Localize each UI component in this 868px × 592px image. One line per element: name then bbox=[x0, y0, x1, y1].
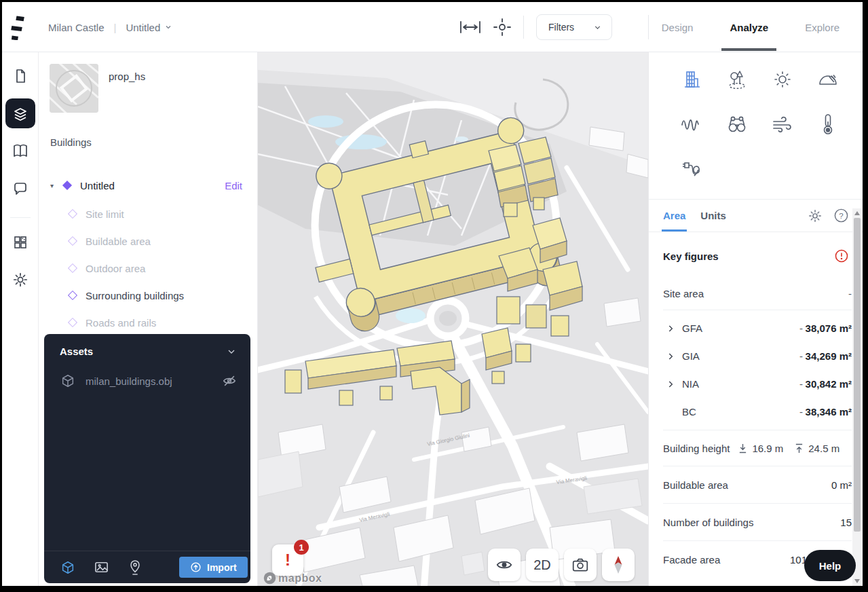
chevron-down-icon[interactable] bbox=[226, 346, 237, 357]
number-of-buildings-row: Number of buildings 15 bbox=[663, 504, 852, 540]
spacemaker-logo-icon[interactable] bbox=[11, 16, 26, 40]
metric-label: GFA bbox=[682, 322, 702, 334]
microclimate-analysis-icon[interactable] bbox=[805, 112, 850, 136]
tree-item-label: Surrounding buildings bbox=[86, 290, 184, 301]
toolbar-divider bbox=[523, 16, 524, 39]
noise-analysis-icon[interactable] bbox=[669, 112, 715, 136]
tree-item-label: Site limit bbox=[86, 208, 124, 220]
sun-analysis-icon[interactable] bbox=[760, 67, 806, 92]
mode-2d-button[interactable]: 2D bbox=[526, 549, 559, 581]
eye-icon bbox=[495, 556, 513, 574]
assets-panel: Assets milan_buildings.obj bbox=[44, 334, 250, 583]
metric-value: 38,346 m² bbox=[806, 406, 852, 418]
site-area-value: - bbox=[848, 288, 852, 299]
daylight-analysis-icon[interactable] bbox=[805, 67, 850, 92]
tree-item-label: Buildable area bbox=[86, 236, 151, 247]
asset-tab-3d-model-icon[interactable] bbox=[60, 560, 75, 575]
scrollbar-thumb[interactable] bbox=[854, 218, 861, 532]
gfa-row[interactable]: GFA - 38,076 m² bbox=[663, 314, 852, 342]
chevron-right-icon[interactable] bbox=[666, 324, 681, 333]
metrics-settings-gear-icon[interactable] bbox=[808, 208, 823, 223]
area-analysis-icon[interactable] bbox=[669, 67, 715, 92]
asset-tab-image-icon[interactable] bbox=[94, 559, 109, 575]
metric-label: BC bbox=[682, 406, 696, 418]
left-icon-sidebar bbox=[2, 52, 39, 586]
pages-icon[interactable] bbox=[5, 61, 35, 91]
tab-analyze[interactable]: Analyze bbox=[727, 4, 771, 51]
tree-row-outdoor-area[interactable]: Outdoor area bbox=[39, 255, 257, 282]
screenshot-frame: Milan Castle | Untitled Filters Design bbox=[0, 0, 868, 592]
panel-scrollbar[interactable] bbox=[852, 208, 862, 586]
nia-row[interactable]: NIA - 30,842 m² bbox=[663, 370, 852, 398]
comments-icon[interactable] bbox=[5, 173, 35, 203]
library-icon[interactable] bbox=[5, 136, 35, 166]
tree-row-roads-rails[interactable]: Roads and rails bbox=[39, 309, 257, 336]
settings-gear-icon[interactable] bbox=[5, 265, 35, 295]
import-button[interactable]: Import bbox=[179, 557, 248, 578]
asset-tab-location-icon[interactable] bbox=[128, 559, 143, 576]
tree-row-site-limit[interactable]: Site limit bbox=[39, 200, 257, 227]
gia-row[interactable]: GIA - 34,269 m² bbox=[663, 342, 852, 370]
tab-explore[interactable]: Explore bbox=[802, 4, 842, 51]
tab-units[interactable]: Units bbox=[700, 200, 726, 231]
app-window: Milan Castle | Untitled Filters Design bbox=[2, 2, 863, 586]
energy-analysis-icon[interactable] bbox=[669, 157, 715, 181]
buildings-section-title: Buildings bbox=[50, 136, 92, 148]
site-area-row: Site area - bbox=[663, 277, 852, 310]
layers-icon[interactable] bbox=[5, 98, 35, 128]
buildable-area-value: 0 m² bbox=[831, 479, 852, 491]
filters-dropdown[interactable]: Filters bbox=[536, 14, 612, 40]
chevron-down-icon bbox=[593, 23, 602, 32]
diamond-outline-icon bbox=[68, 236, 77, 246]
import-label: Import bbox=[207, 562, 237, 573]
metric-dash: - bbox=[799, 378, 803, 390]
scroll-up-arrow[interactable] bbox=[854, 211, 860, 215]
scroll-down-arrow[interactable] bbox=[854, 579, 860, 583]
tree-row-buildable-area[interactable]: Buildable area bbox=[39, 227, 257, 255]
visibility-off-icon[interactable] bbox=[222, 373, 237, 388]
metrics-tabs: Area Units ? bbox=[649, 200, 863, 232]
tab-design[interactable]: Design bbox=[659, 4, 696, 51]
proposal-name-menu[interactable]: Untitled bbox=[126, 22, 172, 33]
asset-item[interactable]: milan_buildings.obj bbox=[44, 365, 250, 396]
max-height-icon bbox=[795, 443, 804, 454]
warning-icon[interactable] bbox=[834, 248, 849, 263]
focus-target-icon[interactable] bbox=[493, 18, 511, 36]
help-circle-icon[interactable]: ? bbox=[833, 208, 849, 223]
screenshot-button[interactable] bbox=[564, 549, 597, 581]
metric-value: 38,076 m² bbox=[806, 322, 852, 334]
breadcrumb: Milan Castle | Untitled bbox=[48, 2, 172, 52]
building-height-label: Building height bbox=[663, 443, 730, 454]
metric-label: GIA bbox=[682, 350, 700, 362]
tree-row-root[interactable]: ▾ Untitled Edit bbox=[39, 170, 257, 200]
number-of-buildings-value: 15 bbox=[840, 517, 852, 528]
mapbox-attribution[interactable]: mapbox bbox=[263, 572, 322, 585]
views-analysis-icon[interactable] bbox=[715, 112, 760, 136]
measure-icon[interactable] bbox=[459, 20, 481, 34]
map-viewport[interactable]: Via Giorgio Giulini Via Meravigli Via Me… bbox=[258, 52, 648, 586]
diamond-outline-icon bbox=[68, 318, 77, 327]
diamond-outline-icon bbox=[68, 209, 77, 219]
bc-row: BC - 38,346 m² bbox=[663, 398, 852, 426]
tree-row-surrounding-buildings[interactable]: Surrounding buildings bbox=[39, 282, 257, 309]
project-name[interactable]: Milan Castle bbox=[48, 22, 105, 33]
wind-analysis-icon[interactable] bbox=[760, 112, 806, 136]
caret-down-icon[interactable]: ▾ bbox=[50, 182, 61, 189]
top-bar-divider bbox=[648, 15, 649, 39]
chevron-right-icon[interactable] bbox=[666, 352, 681, 361]
sidebar-divider bbox=[10, 217, 31, 218]
assets-header[interactable]: Assets bbox=[44, 334, 250, 365]
chevron-right-icon[interactable] bbox=[666, 380, 681, 389]
compass-button[interactable] bbox=[602, 549, 635, 581]
edit-link[interactable]: Edit bbox=[225, 180, 242, 191]
visibility-button[interactable] bbox=[488, 549, 521, 581]
tab-area[interactable]: Area bbox=[663, 200, 685, 231]
min-height-value: 16.9 m bbox=[752, 443, 783, 454]
proposal-thumbnail[interactable] bbox=[50, 64, 98, 113]
apps-grid-icon[interactable] bbox=[5, 227, 35, 257]
facade-area-label: Facade area bbox=[663, 554, 720, 566]
analysis-toolbar bbox=[649, 52, 863, 188]
metric-label: NIA bbox=[682, 378, 699, 390]
help-button[interactable]: Help bbox=[804, 550, 856, 581]
vegetation-analysis-icon[interactable] bbox=[715, 67, 760, 92]
